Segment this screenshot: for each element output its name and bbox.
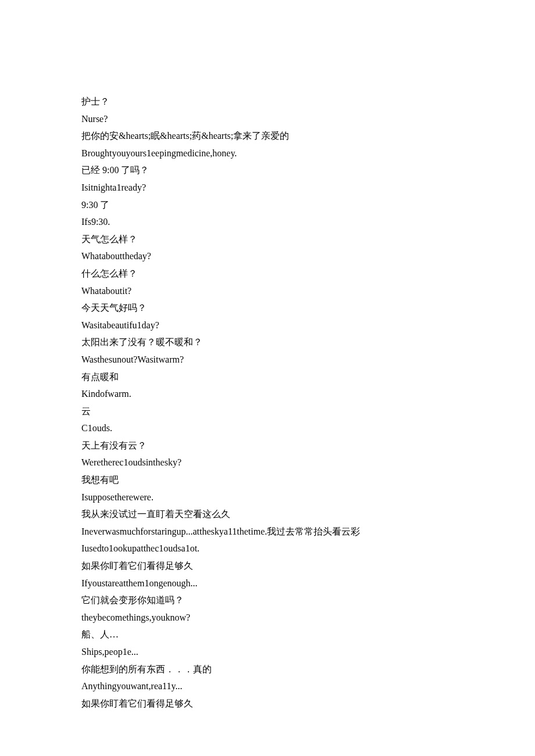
text-line: Whataboutit? [81, 282, 454, 300]
text-line: Iusedto1ookupatthec1oudsa1ot. [81, 540, 454, 557]
text-line: 船、人… [81, 626, 454, 643]
text-line: C1ouds. [81, 420, 454, 437]
text-line: 天气怎么样？ [81, 231, 454, 248]
text-line: theybecomethings,youknow? [81, 609, 454, 626]
text-line: Wasitabeautifu1day? [81, 317, 454, 334]
text-line: 什么怎么样？ [81, 265, 454, 282]
text-line: 9:30 了 [81, 196, 454, 214]
text-line: 我从来没试过一直盯着天空看这么久 [81, 506, 454, 523]
text-line: 已经 9:00 了吗？ [81, 162, 454, 179]
text-line: Anythingyouwant,rea11y... [81, 678, 454, 695]
text-line: Weretherec1oudsinthesky? [81, 454, 454, 471]
text-line: 天上有没有云？ [81, 437, 454, 454]
text-line: Broughtyouyours1eepingmedicine,honey. [81, 145, 454, 162]
document-page: 护士？ Nurse? 把你的安&hearts;眠&hearts;药&hearts… [0, 0, 535, 756]
text-line: Wasthesunout?Wasitwarm? [81, 351, 454, 368]
text-line: Isitnighta1ready? [81, 179, 454, 196]
text-line: 你能想到的所有东西．．．真的 [81, 661, 454, 678]
text-line: 它们就会变形你知道吗？ [81, 592, 454, 609]
text-line: 今天天气好吗？ [81, 299, 454, 317]
text-line: 我想有吧 [81, 471, 454, 489]
text-line: Ships,peop1e... [81, 643, 454, 661]
text-line: Ifyoustareatthem1ongenough... [81, 575, 454, 592]
text-line: Nurse? [81, 110, 454, 128]
text-line: 太阳出来了没有？暖不暖和？ [81, 334, 454, 351]
text-line: Isupposetherewere. [81, 489, 454, 506]
text-line: Whatabouttheday? [81, 248, 454, 265]
text-line: 如果你盯着它们看得足够久 [81, 557, 454, 575]
text-line: Kindofwarm. [81, 385, 454, 403]
text-line: 护士？ [81, 93, 454, 110]
text-line: Ifs9:30. [81, 213, 454, 231]
text-line: 有点暖和 [81, 368, 454, 386]
text-line: Ineverwasmuchforstaringup...attheskya11t… [81, 523, 454, 540]
text-line: 云 [81, 403, 454, 420]
text-line: 把你的安&hearts;眠&hearts;药&hearts;拿来了亲爱的 [81, 127, 454, 145]
text-line: 如果你盯着它们看得足够久 [81, 695, 454, 712]
